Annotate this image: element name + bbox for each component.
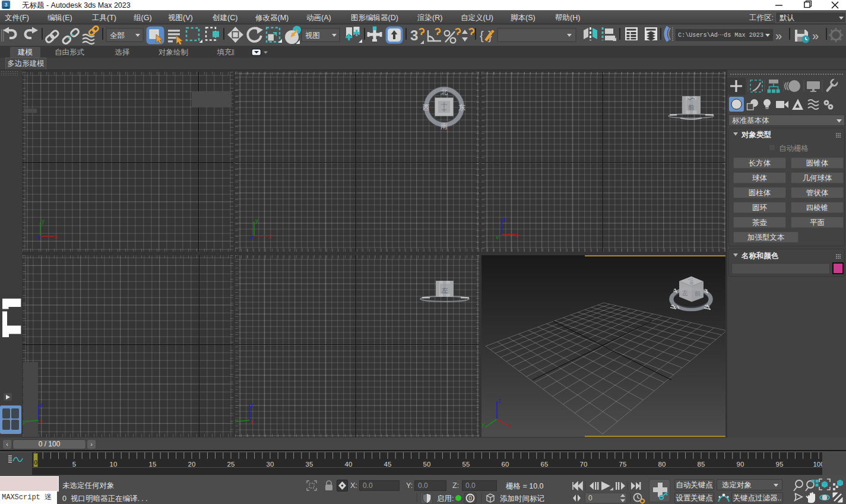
svg-text:55: 55 bbox=[462, 461, 470, 468]
svg-text:西: 西 bbox=[423, 103, 430, 112]
svg-text:70: 70 bbox=[580, 461, 588, 468]
svg-text:10: 10 bbox=[110, 461, 118, 468]
svg-text:40: 40 bbox=[345, 461, 353, 468]
svg-text:{: { bbox=[480, 29, 484, 42]
svg-text:x: x bbox=[40, 419, 43, 425]
svg-text:z: z bbox=[40, 402, 43, 408]
svg-text:90: 90 bbox=[737, 461, 744, 468]
svg-text:x: x bbox=[268, 233, 271, 239]
svg-text:x: x bbox=[509, 422, 510, 427]
svg-text:y: y bbox=[496, 234, 499, 239]
svg-text:z: z bbox=[251, 402, 254, 408]
svg-text:15: 15 bbox=[149, 461, 157, 468]
svg-text:左: 左 bbox=[682, 290, 688, 296]
svg-text:100: 100 bbox=[813, 461, 822, 468]
svg-text:x: x bbox=[55, 233, 58, 240]
svg-text:75: 75 bbox=[619, 461, 627, 468]
svg-text:z: z bbox=[37, 234, 40, 241]
svg-text:全部: 全部 bbox=[110, 31, 125, 40]
svg-text:25: 25 bbox=[227, 461, 235, 468]
svg-text:x: x bbox=[516, 232, 518, 238]
svg-text:0: 0 bbox=[468, 495, 472, 502]
svg-text:»: » bbox=[812, 29, 819, 42]
svg-text:3: 3 bbox=[410, 27, 418, 43]
svg-text:35: 35 bbox=[306, 461, 313, 468]
svg-text:南: 南 bbox=[441, 122, 448, 129]
svg-text:20: 20 bbox=[188, 461, 196, 468]
svg-text:80: 80 bbox=[658, 461, 666, 468]
svg-text:y: y bbox=[481, 421, 484, 427]
svg-text:30: 30 bbox=[267, 461, 274, 468]
svg-text:前: 前 bbox=[687, 104, 695, 111]
svg-text:左: 左 bbox=[442, 287, 448, 294]
svg-text:x: x bbox=[251, 419, 254, 425]
svg-text:北: 北 bbox=[441, 88, 448, 96]
svg-text:85: 85 bbox=[698, 461, 705, 468]
svg-text:z: z bbox=[251, 234, 254, 240]
svg-text:z: z bbox=[503, 216, 506, 223]
svg-text:启用:: 启用: bbox=[437, 495, 454, 503]
svg-text:y: y bbox=[255, 217, 258, 224]
svg-text:前: 前 bbox=[695, 290, 701, 297]
svg-text:C:\Users\Ad⋯ds Max 2023: C:\Users\Ad⋯ds Max 2023 bbox=[678, 31, 763, 39]
svg-text:z: z bbox=[498, 397, 501, 404]
svg-text:»: » bbox=[775, 29, 782, 42]
svg-text:5: 5 bbox=[72, 461, 76, 468]
svg-text:视图: 视图 bbox=[305, 31, 320, 40]
svg-text:y: y bbox=[23, 419, 26, 425]
svg-text:y: y bbox=[235, 419, 236, 425]
svg-text:95: 95 bbox=[776, 461, 784, 468]
svg-text:60: 60 bbox=[502, 461, 509, 468]
svg-text:45: 45 bbox=[384, 461, 392, 468]
svg-text:添加时间标记: 添加时间标记 bbox=[500, 495, 544, 503]
svg-text:东: 东 bbox=[458, 103, 465, 112]
svg-text:50: 50 bbox=[423, 461, 431, 468]
svg-text:y: y bbox=[42, 218, 45, 224]
svg-text:65: 65 bbox=[541, 461, 549, 468]
